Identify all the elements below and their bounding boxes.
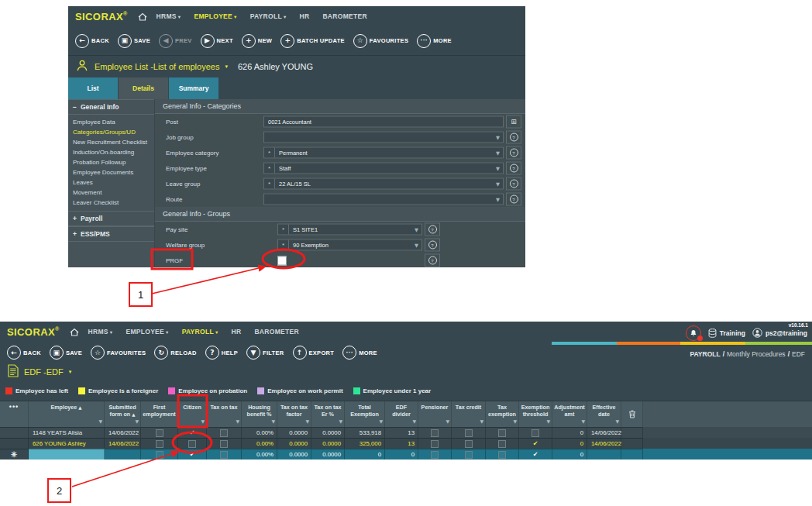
column-header-tax_on_tax[interactable]: Tax on tax▼ xyxy=(207,401,242,427)
filter-button[interactable]: ▼FILTER xyxy=(246,346,284,360)
more-button[interactable]: ···MORE xyxy=(342,346,377,360)
column-header-tax_credit[interactable]: Tax credit▼ xyxy=(452,401,486,427)
sidebar-section-payroll[interactable]: +Payroll xyxy=(68,211,154,226)
cell-delete[interactable] xyxy=(621,438,643,449)
filter-icon[interactable]: ▼ xyxy=(98,418,102,424)
notifications-bell-icon[interactable] xyxy=(686,325,701,341)
sidebar-item-new-recruitment-checklist[interactable]: New Recruitment Checklist xyxy=(68,137,154,147)
sidebar-item-movement[interactable]: Movement xyxy=(68,188,154,198)
help-button[interactable]: ? xyxy=(506,162,521,175)
save-button[interactable]: ▣SAVE xyxy=(50,346,82,360)
sidebar-item-induction-on-boarding[interactable]: Induction/On-boarding xyxy=(68,147,154,157)
tax_credit-checkbox[interactable] xyxy=(465,429,473,437)
sidebar-item-employee-data[interactable]: Employee Data xyxy=(68,117,154,127)
export-button[interactable]: ↑EXPORT xyxy=(293,346,335,360)
filter-icon[interactable]: ▼ xyxy=(305,418,309,424)
cell-citizen[interactable] xyxy=(178,438,207,449)
cell-tax_on_tax[interactable] xyxy=(207,449,242,460)
breadcrumb-item-monthly-procedures[interactable]: Monthly Procedures xyxy=(727,350,786,358)
save-button[interactable]: ▣SAVE xyxy=(118,34,150,48)
breadcrumb-item-edf[interactable]: EDF xyxy=(792,350,805,358)
tax_exemption-checkbox[interactable] xyxy=(498,429,506,437)
cell-pensioner[interactable] xyxy=(418,427,452,438)
help-button[interactable]: ?HELP xyxy=(205,346,238,360)
favourites-button[interactable]: ☆FAVOURITES xyxy=(91,346,146,360)
help-button[interactable]: ? xyxy=(506,193,521,206)
post-field[interactable]: 0021 Accountant xyxy=(263,116,504,128)
cell-first_employment[interactable] xyxy=(141,449,178,460)
row-menu-icon[interactable]: ••• xyxy=(9,403,19,411)
first_employment-checkbox[interactable] xyxy=(156,451,163,459)
column-header-employee[interactable]: Employee ▲▼ xyxy=(29,401,105,427)
sidebar-item-leaver-checklist[interactable]: Leaver Checklist xyxy=(68,198,154,208)
menu-item-employee[interactable]: EMPLOYEE▾ xyxy=(126,328,168,336)
filter-icon[interactable]: ▼ xyxy=(412,418,416,424)
menu-item-hr[interactable]: HR xyxy=(300,12,310,20)
column-header-delete[interactable] xyxy=(621,401,643,427)
cell-citizen[interactable]: ✔ xyxy=(178,427,207,438)
back-button[interactable]: ←BACK xyxy=(75,34,109,48)
filter-icon[interactable]: ▼ xyxy=(480,418,483,424)
pensioner-checkbox[interactable] xyxy=(431,451,439,459)
menu-item-payroll[interactable]: PAYROLL▾ xyxy=(182,328,218,336)
menu-item-hr[interactable]: HR xyxy=(232,328,242,336)
filter-icon[interactable]: ▼ xyxy=(339,418,342,424)
sidebar-item-categories-groups-ud[interactable]: Categories/Groups/UD xyxy=(68,127,154,137)
sidebar-item-probation-followup[interactable]: Probation Followup xyxy=(68,157,154,167)
welfare-group-field[interactable]: *90 Exemption▼ xyxy=(277,239,422,251)
column-header-total_exemption[interactable]: Total Exemption▼ xyxy=(345,401,385,427)
help-button[interactable]: ? xyxy=(506,131,521,144)
tax_exemption-checkbox[interactable] xyxy=(498,440,506,448)
tab-list[interactable]: List xyxy=(68,77,118,99)
filter-icon[interactable]: ▼ xyxy=(271,418,275,424)
help-button[interactable]: ? xyxy=(425,239,440,252)
batch-update-button[interactable]: +BATCH UPDATE xyxy=(280,34,345,48)
cell-tax_exemption[interactable] xyxy=(486,438,519,449)
prgf-checkbox[interactable] xyxy=(277,256,287,265)
exemption_threshold-checkbox[interactable] xyxy=(532,429,539,437)
help-button[interactable]: ? xyxy=(506,177,521,191)
cell-exemption_threshold[interactable]: ✔ xyxy=(519,449,552,460)
next-button[interactable]: ▶NEXT xyxy=(201,34,233,48)
column-header-exemption_threshold[interactable]: Exemption threshold▼ xyxy=(519,401,552,427)
checked-icon[interactable]: ✔ xyxy=(190,452,195,458)
cell-tax_on_tax[interactable] xyxy=(207,438,242,449)
leave-group-field[interactable]: *22 AL/15 SL▼ xyxy=(263,178,504,190)
cell-delete[interactable] xyxy=(621,427,643,438)
table-row-0[interactable]: 1148 YEATS Alisia14/06/2022✔0.00%0.00000… xyxy=(0,427,812,438)
column-header-tax_on_tax_factor[interactable]: Tax on tax factor▼ xyxy=(277,401,311,427)
filter-icon[interactable]: ▼ xyxy=(379,418,383,424)
help-button[interactable]: ? xyxy=(425,254,440,267)
first_employment-checkbox[interactable] xyxy=(156,440,163,448)
reload-button[interactable]: ↻RELOAD xyxy=(154,346,196,360)
pay-site-field[interactable]: *S1 SITE1▼ xyxy=(277,224,422,236)
sidebar-section-ess-pms[interactable]: +ESS/PMS xyxy=(68,226,154,242)
sidebar-item-leaves[interactable]: Leaves xyxy=(68,177,154,188)
checked-icon[interactable]: ✔ xyxy=(190,430,195,436)
menu-item-payroll[interactable]: PAYROLL▾ xyxy=(250,12,287,20)
column-header-housing_benefit[interactable]: Housing benefit %▼ xyxy=(242,401,277,427)
route-field[interactable]: ▼ xyxy=(263,194,504,205)
help-button[interactable]: ? xyxy=(425,223,440,236)
menu-item-barometer[interactable]: BAROMETER xyxy=(322,12,366,20)
citizen-checkbox[interactable] xyxy=(188,440,196,448)
column-header-effective_date[interactable]: Effective date▼ xyxy=(587,401,621,427)
cell-first_employment[interactable] xyxy=(141,427,178,438)
cell-tax_on_tax[interactable] xyxy=(207,427,242,438)
cell-delete[interactable] xyxy=(621,449,643,460)
cell-tax_exemption[interactable] xyxy=(486,449,519,460)
table-row-2[interactable]: ✳✔0.00%0.00000.000000✔0 xyxy=(0,449,812,460)
cell-tax_credit[interactable] xyxy=(452,449,486,460)
employee-category-field[interactable]: *Permanent▼ xyxy=(263,147,504,159)
lookup-button[interactable]: ⊞ xyxy=(506,115,521,129)
menu-item-hrms[interactable]: HRMS▾ xyxy=(88,328,113,336)
column-header-adjustment_amt[interactable]: Adjustment amt▼ xyxy=(552,401,587,427)
filter-icon[interactable]: ▼ xyxy=(135,418,139,424)
filter-icon[interactable]: ▼ xyxy=(615,418,619,424)
environment-selector[interactable]: Training xyxy=(708,329,745,338)
tax_on_tax-checkbox[interactable] xyxy=(220,429,228,437)
filter-icon[interactable]: ▼ xyxy=(236,418,239,424)
tax_exemption-checkbox[interactable] xyxy=(498,451,506,459)
back-button[interactable]: ←BACK xyxy=(7,346,41,360)
cell-tax_credit[interactable] xyxy=(452,438,486,449)
